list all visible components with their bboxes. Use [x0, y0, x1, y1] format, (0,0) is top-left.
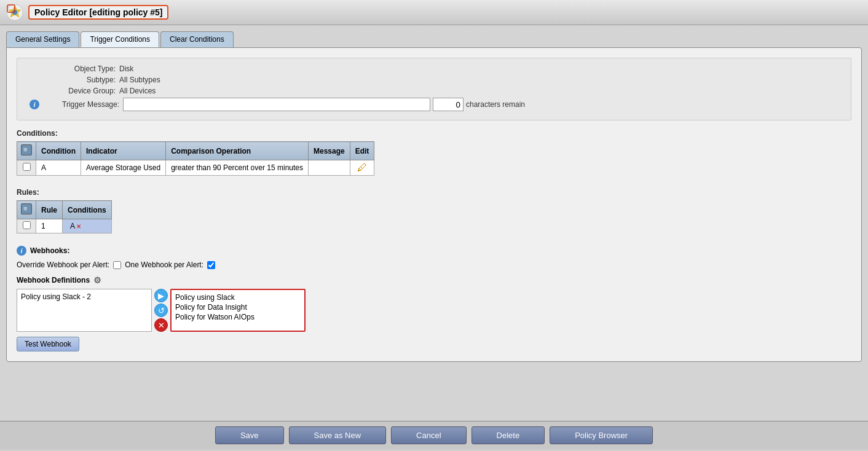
rules-col-conditions: Conditions — [63, 201, 112, 219]
trigger-message-label: Trigger Message: — [39, 100, 119, 109]
one-per-alert-checkbox[interactable] — [207, 261, 215, 269]
webhook-gear-icon[interactable]: ⚙ — [93, 275, 101, 285]
trigger-message-input[interactable] — [123, 98, 430, 111]
tab-general-settings[interactable]: General Settings — [6, 31, 79, 47]
conditions-col-message: Message — [308, 142, 350, 160]
info-box: Object Type: Disk Subtype: All Subtypes … — [17, 58, 851, 120]
conditions-row-indicator: Average Storage Used — [81, 160, 165, 176]
bottom-bar: Save Save as New Cancel Delete Policy Br… — [0, 421, 868, 449]
device-group-label: Device Group: — [30, 87, 116, 95]
webhooks-info-icon[interactable]: i — [17, 246, 26, 256]
main-area: General Settings Trigger Conditions Clea… — [0, 25, 868, 421]
list-item[interactable]: Policy using Slack - 2 — [20, 292, 149, 302]
tab-trigger-conditions[interactable]: Trigger Conditions — [81, 31, 159, 47]
panel-content: Object Type: Disk Subtype: All Subtypes … — [6, 47, 862, 362]
save-as-new-button[interactable]: Save as New — [289, 426, 387, 444]
conditions-row-message — [308, 160, 350, 176]
webhook-defs-label: Webhook Definitions — [17, 276, 90, 284]
conditions-col-edit: Edit — [350, 142, 374, 160]
conditions-table-icon-header — [17, 142, 36, 160]
device-group-value: All Devices — [119, 87, 156, 95]
rules-table-icon[interactable] — [21, 203, 32, 214]
title-bar: Policy Editor [editing policy #5] — [0, 0, 868, 25]
cancel-button[interactable]: Cancel — [391, 426, 466, 444]
rules-table-icon-header — [17, 201, 36, 219]
conditions-row-comparison: greater than 90 Percent over 15 minutes — [166, 160, 309, 176]
table-row: A Average Storage Used greater than 90 P… — [17, 160, 374, 176]
conditions-row-edit-cell: 🖊 — [350, 160, 374, 176]
override-webhook-label: Override Webhook per Alert: — [17, 261, 109, 269]
conditions-col-comparison: Comparison Operation — [166, 142, 309, 160]
one-per-alert-label: One Webhook per Alert: — [125, 261, 203, 269]
rules-col-rule: Rule — [36, 201, 63, 219]
trigger-message-row: i Trigger Message: characters remain — [30, 98, 838, 111]
webhook-lists: Policy using Slack - 2 ▶ ↺ ✕ Policy usin… — [17, 289, 851, 332]
trigger-info-icon[interactable]: i — [30, 100, 39, 109]
webhooks-heading: i Webhooks: — [17, 246, 851, 256]
device-group-row: Device Group: All Devices — [30, 87, 838, 95]
tab-bar: General Settings Trigger Conditions Clea… — [6, 31, 862, 47]
policy-browser-button[interactable]: Policy Browser — [550, 426, 653, 444]
conditions-table-icon[interactable] — [21, 144, 32, 155]
conditions-row-condition: A — [36, 160, 81, 176]
list-item[interactable]: Policy using Slack — [174, 292, 302, 302]
rules-table: Rule Conditions 1 A✕ — [17, 200, 112, 233]
conditions-table: Condition Indicator Comparison Operation… — [17, 141, 374, 176]
webhook-selected-list[interactable]: Policy using Slack Policy for Data Insig… — [170, 289, 306, 332]
webhook-refresh-button[interactable]: ↺ — [154, 304, 168, 317]
webhook-options: Override Webhook per Alert: One Webhook … — [17, 261, 851, 269]
table-row: 1 A✕ — [17, 219, 112, 233]
object-type-label: Object Type: — [30, 65, 116, 73]
rules-row-conditions: A✕ — [63, 219, 112, 233]
object-type-row: Object Type: Disk — [30, 65, 838, 73]
webhooks-section: i Webhooks: Override Webhook per Alert: … — [17, 246, 851, 351]
rules-row-checkbox[interactable] — [23, 221, 31, 229]
list-item[interactable]: Policy for Data Insight — [174, 302, 302, 312]
rules-heading: Rules: — [17, 188, 851, 197]
delete-button[interactable]: Delete — [471, 426, 545, 444]
condition-remove-icon[interactable]: ✕ — [76, 223, 81, 230]
conditions-col-indicator: Indicator — [81, 142, 165, 160]
subtype-row: Subtype: All Subtypes — [30, 76, 838, 84]
webhooks-heading-text: Webhooks: — [30, 246, 69, 255]
webhook-available-list[interactable]: Policy using Slack - 2 — [17, 289, 152, 332]
tab-clear-conditions[interactable]: Clear Conditions — [160, 31, 234, 47]
conditions-row-edit-icon[interactable]: 🖊 — [357, 162, 367, 173]
char-count-input[interactable] — [433, 98, 464, 111]
webhook-defs-row: Webhook Definitions ⚙ — [17, 275, 851, 285]
webhook-add-button[interactable]: ▶ — [154, 289, 168, 302]
save-button[interactable]: Save — [215, 426, 284, 444]
rules-row-rule: 1 — [36, 219, 63, 233]
list-item[interactable]: Policy for Watson AIOps — [174, 312, 302, 322]
object-type-value: Disk — [119, 65, 133, 73]
override-webhook-checkbox[interactable] — [113, 261, 121, 269]
subtype-label: Subtype: — [30, 76, 116, 84]
condition-badge-a: A✕ — [68, 221, 84, 231]
conditions-row-checkbox[interactable] — [23, 163, 31, 171]
app-logo — [6, 4, 23, 21]
subtype-value: All Subtypes — [119, 76, 160, 84]
conditions-col-condition: Condition — [36, 142, 81, 160]
conditions-heading: Conditions: — [17, 129, 851, 138]
webhook-remove-button[interactable]: ✕ — [154, 318, 168, 332]
char-count-suffix: characters remain — [466, 100, 525, 109]
webhook-arrow-buttons: ▶ ↺ ✕ — [154, 289, 168, 332]
window-title: Policy Editor [editing policy #5] — [28, 5, 168, 20]
test-webhook-button[interactable]: Test Webhook — [17, 337, 79, 351]
conditions-row-checkbox-cell — [17, 160, 36, 176]
rules-row-checkbox-cell — [17, 219, 36, 233]
